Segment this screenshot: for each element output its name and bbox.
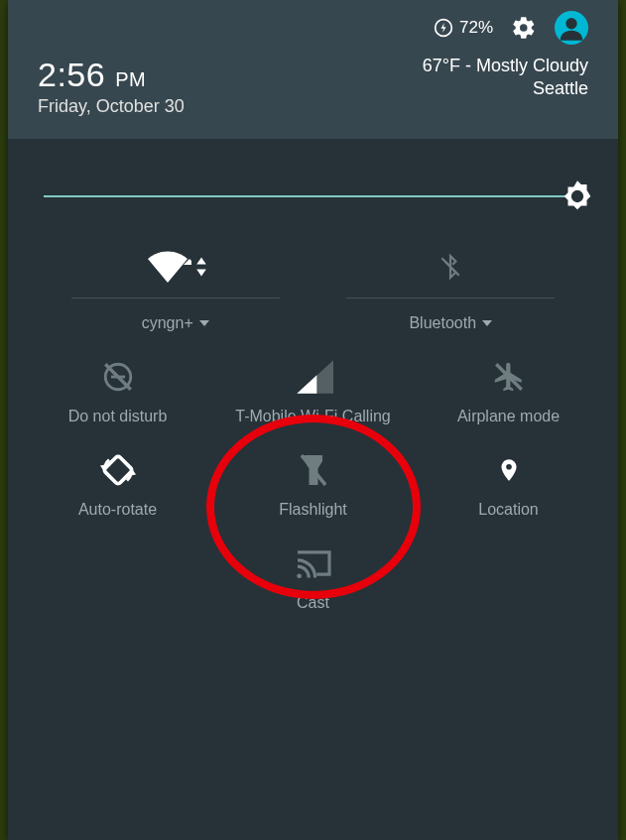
location-tile[interactable]: Location [411, 437, 606, 519]
weather-summary: 67°F - Mostly Cloudy [423, 56, 588, 76]
time-value: 2:56 [38, 56, 105, 93]
brightness-row [8, 139, 618, 224]
chevron-down-icon [482, 320, 492, 326]
auto-rotate-icon [100, 452, 136, 488]
wifi-icon [144, 249, 191, 285]
date: Friday, October 30 [38, 96, 185, 117]
airplane-off-icon [492, 360, 526, 394]
battery-percent: 72% [459, 18, 493, 38]
clock[interactable]: 2:56 PM Friday, October 30 [38, 56, 185, 117]
signal-icon [294, 360, 333, 394]
expand-arrows-icon [195, 255, 207, 279]
svg-marker-1 [440, 23, 445, 33]
cast-label: Cast [297, 594, 329, 612]
cellular-tile[interactable]: T-Mobile Wi-Fi Calling [215, 344, 411, 425]
divider [346, 298, 555, 299]
time-ampm: PM [115, 68, 146, 90]
slider-track [44, 195, 582, 197]
time: 2:56 PM [38, 56, 185, 94]
svg-marker-13 [297, 375, 316, 393]
divider [71, 298, 280, 299]
svg-point-22 [297, 573, 302, 578]
svg-point-3 [565, 18, 576, 29]
flashlight-off-icon [301, 452, 326, 488]
cast-icon [294, 547, 333, 579]
rotate-tile[interactable]: Auto-rotate [20, 437, 215, 519]
settings-gear-icon[interactable] [511, 15, 537, 41]
location-icon [496, 452, 522, 488]
rotate-label: Auto-rotate [78, 501, 157, 519]
status-icon-row: 72% [38, 10, 588, 46]
wifi-tile[interactable]: cyngn+ [57, 234, 295, 332]
tile-row-4: Cast [8, 531, 618, 612]
bluetooth-off-icon [438, 250, 463, 284]
battery-status: 72% [434, 18, 493, 38]
tile-row-1: cyngn+ Bluetooth [8, 224, 618, 332]
weather-city: Seattle [423, 78, 588, 99]
flashlight-tile[interactable]: Flashlight [215, 437, 411, 519]
wifi-label-row[interactable]: cyngn+ [142, 314, 209, 332]
svg-marker-6 [196, 257, 206, 264]
quick-settings-panel: 72% 2:56 PM Friday, October 30 67°F - Mo… [8, 0, 618, 840]
chevron-down-icon [199, 320, 209, 326]
location-label: Location [478, 501, 539, 519]
bluetooth-label-row[interactable]: Bluetooth [409, 314, 492, 332]
tile-row-2: Do not disturb T-Mobile Wi-Fi Calling Ai… [8, 344, 618, 425]
brightness-icon[interactable] [559, 178, 596, 215]
svg-point-21 [506, 464, 512, 470]
svg-marker-7 [196, 269, 206, 276]
status-header: 72% 2:56 PM Friday, October 30 67°F - Mo… [8, 0, 618, 139]
airplane-tile[interactable]: Airplane mode [411, 344, 606, 425]
cast-tile[interactable]: Cast [214, 531, 413, 612]
airplane-label: Airplane mode [457, 408, 560, 425]
user-avatar-icon[interactable] [555, 11, 588, 45]
bluetooth-tile[interactable]: Bluetooth [331, 234, 569, 332]
brightness-slider[interactable] [44, 184, 582, 208]
weather[interactable]: 67°F - Mostly Cloudy Seattle [423, 56, 588, 99]
battery-icon [434, 18, 453, 38]
dnd-off-icon [101, 360, 135, 394]
cellular-label: T-Mobile Wi-Fi Calling [235, 408, 390, 425]
tile-row-3: Auto-rotate Flashlight Location [8, 437, 618, 519]
dnd-label: Do not disturb [68, 408, 168, 425]
flashlight-label: Flashlight [279, 501, 346, 519]
bluetooth-label: Bluetooth [409, 314, 476, 332]
dnd-tile[interactable]: Do not disturb [20, 344, 215, 425]
wifi-label: cyngn+ [142, 314, 193, 332]
